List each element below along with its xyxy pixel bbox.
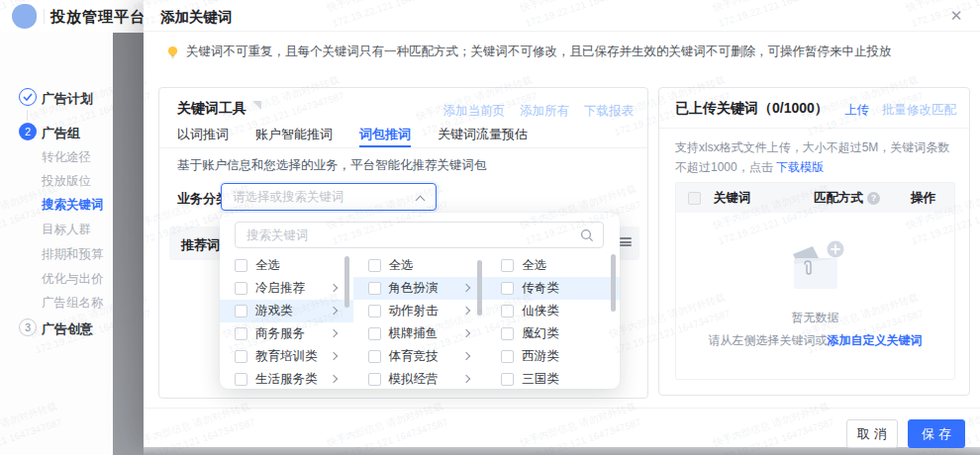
step-future-icon: 3 — [19, 318, 37, 336]
tab-account-smart[interactable]: 账户智能推词 — [255, 126, 333, 147]
hint-bar: 关键词不可重复，且每个关键词只有一种匹配方式；关键词不可修改，且已保存并生效的关… — [166, 44, 958, 60]
tab-word-package[interactable]: 词包推词 — [359, 126, 411, 147]
dropdown-option[interactable]: 动作射击 — [353, 300, 487, 322]
dropdown-option[interactable]: 西游类 — [486, 345, 620, 368]
select-all-option[interactable]: 全选 — [486, 254, 620, 277]
upload-link[interactable]: 上传 — [844, 102, 869, 119]
dropdown-columns: 全选 冷启推荐 游戏类 商务服务 — [220, 254, 620, 385]
sidebar-item-search-keywords[interactable]: 搜索关键词 — [42, 197, 104, 214]
tool-description: 基于账户信息和您选择的业务，平台智能化推荐关键词包 — [177, 157, 487, 174]
checkbox[interactable] — [368, 259, 381, 272]
dropdown-option[interactable]: 模拟经营 — [353, 368, 487, 391]
checkbox[interactable] — [235, 305, 247, 318]
checkbox[interactable] — [235, 350, 247, 363]
dropdown-option[interactable]: 魔幻类 — [486, 322, 620, 345]
checkbox[interactable] — [235, 327, 247, 340]
sidebar-item-schedule-budget[interactable]: 排期和预算 — [42, 246, 104, 263]
checkbox[interactable] — [501, 305, 514, 318]
dropdown-option[interactable]: 体育竞技 — [353, 345, 487, 368]
step-done-icon — [19, 88, 37, 106]
checkbox[interactable] — [501, 373, 514, 386]
app-header: 投放管理平台 — [0, 0, 145, 33]
scrollbar[interactable] — [344, 256, 349, 308]
checkbox[interactable] — [501, 350, 514, 363]
category-dropdown-panel: 全选 冷启推荐 游戏类 商务服务 — [220, 213, 620, 389]
dropdown-search-input[interactable] — [236, 223, 572, 247]
scrollbar[interactable] — [611, 254, 616, 312]
dropdown-option[interactable]: 三国类 — [486, 368, 620, 391]
info-icon[interactable]: ? — [867, 192, 880, 205]
checkbox[interactable] — [235, 259, 247, 272]
business-category-select[interactable] — [221, 183, 437, 211]
checkbox[interactable] — [368, 373, 381, 386]
modal-header: 添加关键词 — [144, 0, 980, 32]
dropdown-column-2: 全选 角色扮演 动作射击 棋牌捕鱼 — [353, 254, 487, 385]
checkbox[interactable] — [235, 373, 247, 386]
add-current-page-link[interactable]: 添加当前页 — [443, 103, 506, 120]
sidebar-item-placement[interactable]: 投放版位 — [42, 173, 91, 190]
checkbox[interactable] — [368, 305, 381, 318]
download-template-link[interactable]: 下载模版 — [776, 160, 824, 174]
sidebar-item-group-name[interactable]: 广告组名称 — [42, 295, 104, 312]
table-header-row: 关键词 匹配方式 ? 操作 — [676, 183, 954, 213]
column-header-match: 匹配方式 ? — [814, 190, 911, 207]
dropdown-search[interactable] — [235, 222, 604, 248]
empty-title: 暂无数据 — [676, 310, 954, 326]
tab-traffic-estimate[interactable]: 关键词流量预估 — [438, 126, 528, 147]
chevron-right-icon — [462, 375, 470, 383]
batch-modify-match-link[interactable]: 批量修改匹配 — [882, 102, 956, 119]
sidebar-item-conversion-path[interactable]: 转化途径 — [42, 149, 91, 166]
download-report-link[interactable]: 下载报表 — [584, 103, 634, 120]
sidebar-step-ad-group[interactable]: 广告组 — [42, 125, 80, 142]
sidebar-item-target-audience[interactable]: 目标人群 — [42, 222, 91, 238]
dropdown-option[interactable]: 角色扮演 — [353, 277, 487, 300]
divider — [659, 128, 969, 129]
dropdown-option[interactable]: 冷启推荐 — [220, 277, 353, 300]
close-icon[interactable]: ✕ — [946, 6, 966, 26]
uploaded-keywords-table: 关键词 匹配方式 ? 操作 暂无数据 请从左侧选择关键词 — [675, 182, 955, 380]
dropdown-option[interactable]: 传奇类 — [486, 277, 620, 300]
select-all-checkbox[interactable] — [688, 192, 701, 205]
add-all-link[interactable]: 添加所有 — [520, 103, 569, 120]
checkbox[interactable] — [235, 282, 247, 295]
add-custom-keyword-link[interactable]: 添加自定义关键词 — [828, 333, 923, 347]
uploaded-keywords-title: 已上传关键词（0/1000） — [675, 100, 829, 118]
checkbox[interactable] — [368, 350, 381, 363]
scrollbar[interactable] — [477, 260, 482, 316]
dropdown-option[interactable]: 仙侠类 — [486, 300, 620, 322]
sidebar-step-ad-plan[interactable]: 广告计划 — [42, 90, 93, 108]
uploaded-keywords-card: 已上传关键词（0/1000） 上传 批量修改匹配 支持xlsx格式文件上传，大小… — [658, 87, 970, 396]
upload-instructions: 支持xlsx格式文件上传，大小不超过5M，关键词条数不超过1000，点击 下载模… — [675, 138, 957, 178]
sidebar-step-ad-creative[interactable]: 广告创意 — [42, 320, 93, 338]
dropdown-option[interactable]: 教育培训类 — [220, 345, 353, 368]
dropdown-option[interactable]: 生活服务类 — [220, 368, 353, 391]
step-current-icon: 2 — [19, 123, 37, 140]
checkbox[interactable] — [501, 282, 514, 295]
select-all-option[interactable]: 全选 — [220, 254, 353, 277]
checkbox[interactable] — [501, 259, 514, 272]
chevron-right-icon — [329, 375, 337, 383]
sidebar-item-optimize-bid[interactable]: 优化与出价 — [42, 271, 104, 288]
modal-footer: 取消 保存 — [144, 408, 980, 447]
checkbox[interactable] — [368, 282, 381, 295]
cancel-button[interactable]: 取消 — [846, 419, 898, 448]
tool-links: 添加当前页 添加所有 下载报表 — [443, 103, 635, 120]
save-button[interactable]: 保存 — [908, 419, 965, 448]
dimmed-page-area — [113, 33, 144, 455]
checkbox[interactable] — [501, 327, 514, 340]
hint-text: 关键词不可重复，且每个关键词只有一种匹配方式；关键词不可修改，且已保存并生效的关… — [186, 44, 892, 60]
tab-word-to-word[interactable]: 以词推词 — [177, 126, 229, 147]
dropdown-option[interactable]: 商务服务 — [220, 322, 353, 345]
business-category-input[interactable] — [222, 184, 410, 210]
dropdown-option[interactable]: 棋牌捕鱼 — [353, 322, 487, 345]
checkbox[interactable] — [368, 327, 381, 340]
column-settings-icon[interactable] — [620, 237, 632, 248]
divider — [44, 9, 45, 24]
column-header-keyword: 关键词 — [714, 190, 814, 207]
select-all-option[interactable]: 全选 — [353, 254, 487, 277]
chevron-up-icon — [417, 195, 425, 203]
add-keywords-modal: 添加关键词 ✕ 关键词不可重复，且每个关键词只有一种匹配方式；关键词不可修改，且… — [144, 0, 980, 447]
dropdown-option[interactable]: 游戏类 — [220, 300, 353, 322]
keyword-tool-title: 关键词工具 — [177, 100, 246, 118]
empty-folder-icon — [783, 238, 848, 296]
